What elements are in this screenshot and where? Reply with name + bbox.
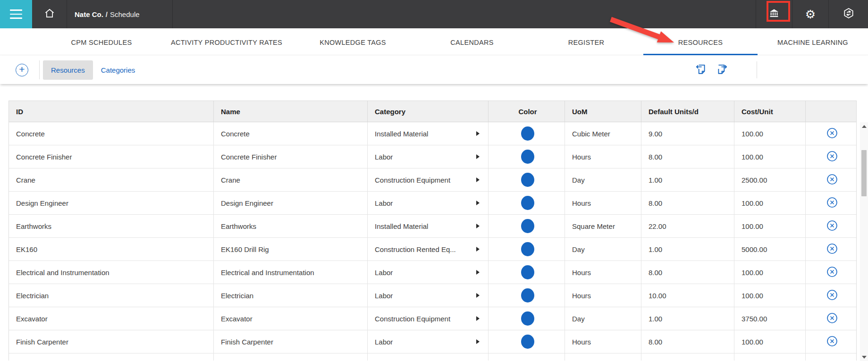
cell-cost-unit[interactable]: 5000.00 <box>734 238 806 260</box>
cell-default-units[interactable]: 8.00 <box>641 192 734 214</box>
cell-cost-unit[interactable]: 100.00 <box>734 330 806 353</box>
hamburger-menu-button[interactable] <box>0 0 32 28</box>
caret-right-icon[interactable] <box>476 316 480 321</box>
cell-uom[interactable]: Hours <box>565 261 641 284</box>
cell-name[interactable]: Design Engineer <box>214 192 368 214</box>
cell-uom[interactable]: Hours <box>565 192 641 214</box>
cell-category[interactable]: Labor <box>368 145 489 168</box>
cell-color[interactable] <box>489 330 565 353</box>
caret-right-icon[interactable] <box>476 224 480 228</box>
cell-id[interactable]: Concrete <box>9 122 214 145</box>
cell-name[interactable]: Earthworks <box>214 215 368 237</box>
cell-default-units[interactable]: 8.00 <box>641 145 734 168</box>
delete-resource-button[interactable] <box>826 219 838 233</box>
delete-resource-button[interactable] <box>826 335 838 349</box>
caret-right-icon[interactable] <box>476 293 480 298</box>
cell-default-units[interactable]: 22.00 <box>641 215 734 237</box>
color-swatch[interactable] <box>521 173 534 187</box>
breadcrumb[interactable]: Nate Co. / Schedule <box>67 0 172 28</box>
cell-color[interactable] <box>489 192 565 214</box>
delete-resource-button[interactable] <box>826 289 838 302</box>
cell-default-units[interactable]: 10.00 <box>641 284 734 307</box>
cell-default-units[interactable]: 1.00 <box>641 168 734 191</box>
home-button[interactable] <box>32 0 67 28</box>
column-header-id[interactable]: ID <box>9 101 214 122</box>
cell-category[interactable]: Labor <box>368 192 489 214</box>
cell-name[interactable]: Concrete <box>214 122 368 145</box>
cell-name[interactable]: Concrete Finisher <box>214 145 368 168</box>
cell-id[interactable]: Electrician <box>9 284 214 307</box>
cell-uom[interactable]: Hours <box>565 330 641 353</box>
cell-color[interactable] <box>489 307 565 330</box>
tab-knowledge-tags[interactable]: KNOWLEDGE TAGS <box>291 28 415 55</box>
export-button[interactable] <box>713 60 732 79</box>
tab-register[interactable]: REGISTER <box>529 28 643 55</box>
cell-category[interactable]: Construction Equipment <box>368 307 489 330</box>
color-swatch[interactable] <box>521 288 534 302</box>
caret-right-icon[interactable] <box>476 177 480 182</box>
delete-resource-button[interactable] <box>826 312 838 326</box>
cell-id[interactable]: Earthworks <box>9 215 214 237</box>
cell-cost-unit[interactable]: 100.00 <box>734 261 806 284</box>
cell-cost-unit[interactable]: 100.00 <box>734 192 806 214</box>
delete-resource-button[interactable] <box>826 266 838 279</box>
cell-uom[interactable]: Hours <box>565 284 641 307</box>
cell-name[interactable]: Finish Carpenter <box>214 330 368 353</box>
cell-default-units[interactable]: 1.00 <box>641 307 734 330</box>
cell-color[interactable] <box>489 284 565 307</box>
scrollbar-track[interactable] <box>860 130 868 353</box>
tab-resources[interactable]: RESOURCES <box>643 28 758 55</box>
tab-machine-learning[interactable]: MACHINE LEARNING <box>758 28 868 55</box>
cell-category[interactable]: Construction Rented Eq... <box>368 238 489 260</box>
scroll-down-button[interactable] <box>860 353 868 361</box>
cell-uom[interactable]: Day <box>565 238 641 260</box>
cell-cost-unit[interactable]: 100.00 <box>734 122 806 145</box>
cell-category[interactable]: Labor <box>368 330 489 353</box>
column-header-default-units[interactable]: Default Units/d <box>641 101 734 122</box>
caret-right-icon[interactable] <box>476 247 480 252</box>
delete-resource-button[interactable] <box>826 150 838 164</box>
cell-uom[interactable]: Cubic Meter <box>565 122 641 145</box>
column-header-color[interactable]: Color <box>489 101 565 122</box>
cell-name[interactable]: EK160 Drill Rig <box>214 238 368 260</box>
cell-default-units[interactable]: 8.00 <box>641 261 734 284</box>
cell-id[interactable]: Excavator <box>9 307 214 330</box>
cell-name[interactable]: Crane <box>214 168 368 191</box>
cell-id[interactable]: Electrical and Instrumentation <box>9 261 214 284</box>
cell-id[interactable]: Crane <box>9 168 214 191</box>
column-header-category[interactable]: Category <box>368 101 489 122</box>
vertical-scrollbar[interactable] <box>860 122 868 361</box>
cell-uom[interactable]: Square Meter <box>565 215 641 237</box>
cell-category[interactable]: Installed Material <box>368 122 489 145</box>
cell-color[interactable] <box>489 168 565 191</box>
column-header-name[interactable]: Name <box>214 101 368 122</box>
cell-default-units[interactable]: 1.00 <box>641 238 734 260</box>
cell-color[interactable] <box>489 261 565 284</box>
tab-cpm-schedules[interactable]: CPM SCHEDULES <box>41 28 162 55</box>
delete-resource-button[interactable] <box>826 173 838 187</box>
color-swatch[interactable] <box>521 311 534 326</box>
cell-cost-unit[interactable]: 3750.00 <box>734 307 806 330</box>
scrollbar-thumb[interactable] <box>861 150 867 196</box>
color-swatch[interactable] <box>521 265 534 279</box>
cell-cost-unit[interactable]: 100.00 <box>734 145 806 168</box>
view-toggle-resources[interactable]: Resources <box>43 60 93 80</box>
tab-calendars[interactable]: CALENDARS <box>415 28 529 55</box>
cell-cost-unit[interactable]: 2500.00 <box>734 168 806 191</box>
settings-button[interactable]: ⚙ <box>792 0 828 28</box>
color-swatch[interactable] <box>521 126 534 141</box>
cell-name[interactable]: Electrician <box>214 284 368 307</box>
add-resource-button[interactable]: + <box>16 64 28 76</box>
cell-color[interactable] <box>489 145 565 168</box>
color-swatch[interactable] <box>521 219 534 233</box>
cell-category[interactable]: Labor <box>368 261 489 284</box>
cell-id[interactable]: Finish Carpenter <box>9 330 214 353</box>
caret-right-icon[interactable] <box>476 339 480 344</box>
cell-id[interactable]: Design Engineer <box>9 192 214 214</box>
cell-color[interactable] <box>489 215 565 237</box>
column-header-uom[interactable]: UoM <box>565 101 641 122</box>
cell-uom[interactable]: Hours <box>565 145 641 168</box>
tab-activity-productivity-rates[interactable]: ACTIVITY PRODUCTIVITY RATES <box>162 28 291 55</box>
scroll-up-button[interactable] <box>860 122 868 130</box>
caret-right-icon[interactable] <box>476 154 480 159</box>
